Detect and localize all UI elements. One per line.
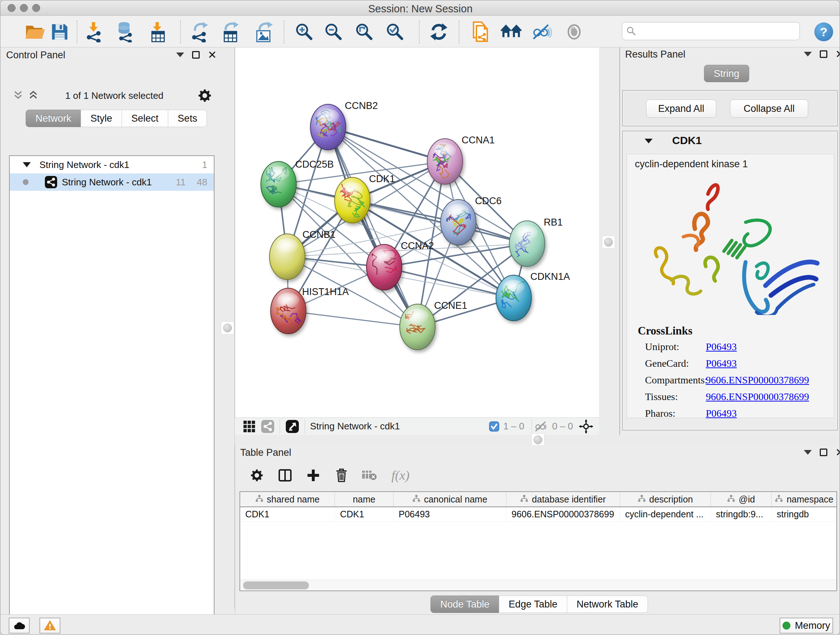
import-network-from-database-button[interactable] — [115, 21, 136, 43]
zoom-in-button[interactable] — [294, 21, 315, 43]
zoom-fit-button[interactable] — [354, 21, 375, 43]
network-node-CDK1[interactable]: CDK1 — [335, 173, 395, 223]
string-home-button[interactable] — [500, 21, 522, 43]
gene-expander-icon[interactable] — [645, 139, 653, 143]
tab-select[interactable]: Select — [122, 110, 168, 127]
close-panel-icon[interactable]: ✕ — [208, 51, 217, 59]
float-panel-icon[interactable] — [820, 50, 827, 58]
float-panel-icon[interactable] — [192, 51, 200, 59]
network-node-HIST1H1A[interactable]: HIST1H1A — [271, 287, 349, 334]
tab-network[interactable]: Network — [26, 110, 81, 127]
splitter-handle[interactable] — [221, 321, 234, 334]
add-column-icon[interactable] — [302, 465, 325, 486]
tab-node-table[interactable]: Node Table — [431, 595, 499, 613]
table-cell[interactable]: stringdb:9... — [711, 507, 772, 521]
table-horizontal-scrollbar[interactable] — [240, 580, 836, 591]
network-node-CDKN1A[interactable]: CDKN1A — [496, 271, 570, 321]
crosslink-value-link[interactable]: 9606.ENSP00000378699 — [706, 374, 809, 391]
warnings-button[interactable] — [39, 618, 60, 633]
share-document-button[interactable] — [469, 21, 491, 43]
network-node-CCNA2[interactable]: CCNA2 — [366, 241, 434, 290]
network-node-RB1[interactable]: RB1 — [509, 217, 563, 266]
search-input[interactable] — [636, 25, 791, 37]
apply-layout-button[interactable] — [428, 21, 450, 43]
disabled-eye-button[interactable] — [563, 21, 585, 43]
birdseye-view-icon[interactable] — [285, 419, 300, 434]
open-session-button[interactable] — [24, 21, 46, 43]
table-cell[interactable]: stringdb — [772, 507, 837, 521]
delete-column-trash-icon[interactable] — [330, 465, 353, 486]
collection-expander-icon[interactable] — [23, 162, 31, 167]
network-node-CDC25B[interactable]: CDC25B — [261, 159, 334, 207]
horizontal-splitter[interactable] — [235, 435, 840, 445]
crosslink-value-link[interactable]: P06493 — [706, 408, 737, 424]
show-columns-icon[interactable] — [273, 465, 297, 486]
network-node-CDC6[interactable]: CDC6 — [441, 195, 502, 245]
collapse-all-button[interactable]: Collapse All — [730, 100, 808, 118]
import-table-from-file-button[interactable] — [147, 21, 169, 43]
delete-table-icon-disabled[interactable] — [357, 465, 381, 486]
column-header-database-identifier[interactable]: database identifier — [507, 492, 620, 507]
panel-menu-icon[interactable] — [804, 450, 812, 455]
table-options-gear-icon[interactable] — [245, 465, 268, 486]
network-options-gear-icon[interactable] — [198, 89, 212, 103]
network-node-CCNE1[interactable]: CCNE1 — [400, 300, 467, 350]
close-panel-icon[interactable]: ✕ — [835, 448, 840, 456]
graphics-details-eye-slash-button[interactable] — [531, 21, 553, 43]
network-view-icon[interactable] — [261, 420, 275, 433]
tab-network-table[interactable]: Network Table — [567, 595, 648, 613]
table-cell[interactable]: 9606.ENSP00000378699 — [507, 507, 620, 521]
function-builder-disabled[interactable]: f(x) — [384, 465, 417, 486]
column-header-name[interactable]: name — [335, 492, 393, 507]
zoom-out-button[interactable] — [323, 21, 344, 43]
crosslink-value-link[interactable]: P06493 — [706, 341, 737, 358]
network-collection-row[interactable]: String Network - cdk1 1 — [10, 156, 214, 173]
splitter-handle[interactable] — [602, 236, 615, 249]
left-splitter[interactable] — [220, 48, 235, 608]
column-header-canonical-name[interactable]: canonical name — [393, 492, 507, 507]
export-table-button[interactable] — [219, 21, 241, 43]
crosslink-value-link[interactable]: P06493 — [706, 358, 737, 374]
fit-selected-crosshair-icon[interactable] — [579, 419, 593, 434]
hidden-items-eye-slash-icon[interactable] — [534, 421, 548, 432]
panel-menu-icon[interactable] — [176, 52, 184, 57]
crosslink-row: Uniprot:P06493 — [645, 341, 826, 358]
splitter-handle[interactable] — [531, 433, 545, 447]
grid-view-icon[interactable] — [243, 420, 256, 433]
expand-all-icon[interactable] — [28, 90, 39, 101]
column-header-shared-name[interactable]: shared name — [240, 492, 335, 507]
save-session-button[interactable] — [49, 21, 71, 43]
table-row[interactable]: CDK1CDK1P064939606.ENSP00000378699cyclin… — [240, 507, 836, 522]
export-image-button[interactable] — [253, 21, 275, 43]
tab-edge-table[interactable]: Edge Table — [499, 595, 567, 613]
table-cell[interactable]: CDK1 — [335, 507, 393, 521]
hierarchy-icon — [412, 494, 420, 505]
close-panel-icon[interactable]: ✕ — [835, 50, 840, 58]
search-field[interactable] — [622, 22, 800, 40]
tab-style[interactable]: Style — [81, 110, 122, 127]
tab-string[interactable]: String — [704, 65, 749, 82]
table-cell[interactable]: P06493 — [393, 507, 507, 521]
help-button[interactable]: ? — [813, 21, 835, 43]
float-panel-icon[interactable] — [820, 448, 827, 456]
table-cell[interactable]: CDK1 — [240, 507, 335, 521]
cloud-status-button[interactable] — [9, 618, 30, 633]
tab-sets[interactable]: Sets — [168, 110, 207, 127]
zoom-selected-button[interactable] — [384, 21, 406, 43]
memory-button[interactable]: Memory — [780, 618, 833, 633]
scrollbar-thumb[interactable] — [243, 581, 309, 589]
expand-all-button[interactable]: Expand All — [646, 100, 716, 118]
column-header-namespace[interactable]: namespace — [772, 492, 837, 507]
table-cell[interactable]: cyclin-dependent ... — [620, 507, 711, 521]
crosslink-value-link[interactable]: 9606.ENSP00000378699 — [706, 391, 809, 408]
right-splitter[interactable] — [599, 48, 620, 435]
selected-nodes-checkbox-icon[interactable] — [489, 421, 500, 432]
collapse-all-icon[interactable] — [13, 90, 24, 101]
import-network-from-file-button[interactable] — [84, 21, 105, 43]
export-network-button[interactable] — [189, 21, 210, 43]
network-canvas[interactable]: CCNB2CCNA1CDC25BCDK1CDC6RB1CCNB1CCNA2CDK… — [235, 48, 599, 417]
network-row-selected[interactable]: String Network - cdk1 11 48 — [10, 173, 214, 191]
column-header-@id[interactable]: @id — [711, 492, 772, 507]
column-header-description[interactable]: description — [620, 492, 711, 507]
panel-menu-icon[interactable] — [804, 52, 812, 57]
